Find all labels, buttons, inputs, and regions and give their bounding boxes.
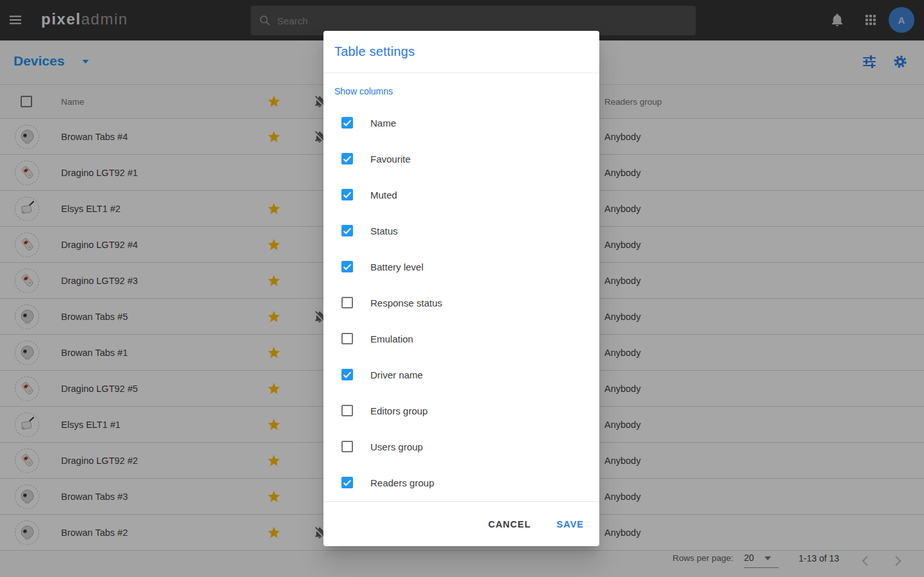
column-option[interactable]: Readers group: [334, 465, 588, 501]
column-option-label: Favourite: [370, 154, 411, 164]
column-option[interactable]: Muted: [334, 177, 588, 213]
column-option-label: Readers group: [370, 477, 434, 488]
column-option-label: Status: [370, 226, 398, 236]
dialog-body: Show columns Name Favourite Muted Status…: [323, 73, 599, 501]
column-checkbox[interactable]: [341, 477, 353, 488]
column-checkbox[interactable]: [341, 261, 353, 272]
column-checkbox[interactable]: [341, 297, 353, 308]
column-checkbox[interactable]: [341, 441, 353, 452]
column-option[interactable]: Users group: [334, 429, 588, 465]
save-button[interactable]: SAVE: [552, 514, 589, 535]
column-checkbox[interactable]: [341, 117, 353, 129]
column-checkbox[interactable]: [341, 369, 353, 380]
column-option[interactable]: Driver name: [334, 357, 588, 393]
column-option-label: Muted: [370, 190, 397, 200]
column-option[interactable]: Response status: [334, 285, 588, 321]
column-option-label: Battery level: [370, 262, 424, 272]
column-option[interactable]: Battery level: [334, 249, 588, 285]
column-option[interactable]: Favourite: [334, 141, 588, 177]
column-checkbox[interactable]: [341, 189, 353, 200]
column-option-label: Emulation: [370, 333, 413, 344]
table-settings-dialog: Table settings Show columns Name Favouri…: [323, 31, 599, 546]
column-option[interactable]: Emulation: [334, 321, 588, 357]
column-checkbox[interactable]: [341, 225, 353, 236]
dialog-footer: CANCEL SAVE: [323, 501, 599, 546]
column-checkbox[interactable]: [341, 153, 353, 164]
dialog-title: Table settings: [334, 44, 415, 59]
column-option-label: Editors group: [370, 405, 428, 416]
show-columns-link[interactable]: Show columns: [334, 85, 588, 98]
column-checkbox[interactable]: [341, 333, 353, 344]
cancel-button[interactable]: CANCEL: [483, 514, 536, 535]
column-option-label: Name: [370, 118, 396, 129]
column-option[interactable]: Name: [334, 105, 588, 141]
column-option-label: Users group: [370, 441, 423, 452]
column-options-list: Name Favourite Muted Status Battery leve…: [334, 105, 588, 501]
column-option-label: Response status: [370, 297, 442, 308]
dialog-header: Table settings: [323, 31, 599, 73]
column-option[interactable]: Status: [334, 213, 588, 249]
column-option-label: Driver name: [370, 369, 423, 380]
column-checkbox[interactable]: [341, 405, 353, 416]
column-option[interactable]: Editors group: [334, 393, 588, 429]
